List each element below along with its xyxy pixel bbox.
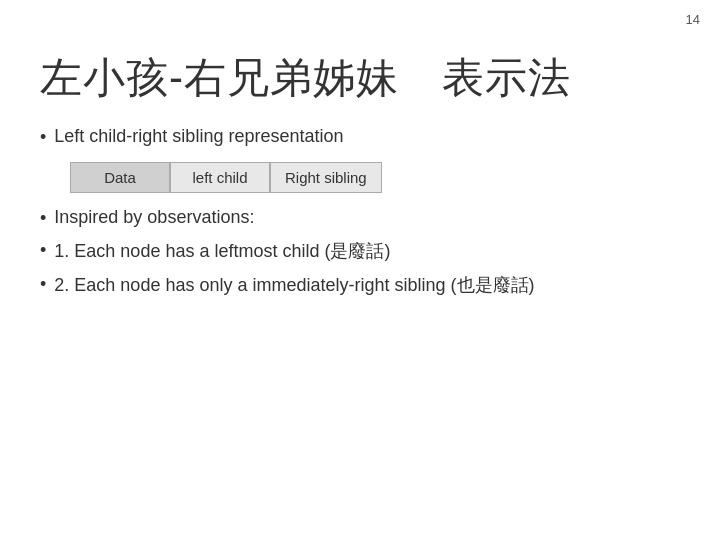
diagram-cell-left-child: left child (170, 162, 270, 193)
bullet-dot-3: • (40, 240, 46, 261)
page-number: 14 (686, 12, 700, 27)
bullet-text-3: 1. Each node has a leftmost child (是廢話) (54, 239, 680, 263)
bullet-text-4: 2. Each node has only a immediately-righ… (54, 273, 680, 297)
diagram-cell-data: Data (70, 162, 170, 193)
bullet-item-4: • 2. Each node has only a immediately-ri… (40, 273, 680, 297)
slide-title: 左小孩-右兄弟姊妹 表示法 (40, 50, 680, 106)
diagram-cell-right-sibling: Right sibling (270, 162, 382, 193)
diagram: Data left child Right sibling (70, 162, 680, 193)
bullet-item-2: • Inspired by observations: (40, 207, 680, 229)
bullet-item-1: • Left child-right sibling representatio… (40, 126, 680, 148)
slide: 14 左小孩-右兄弟姊妹 表示法 • Left child-right sibl… (0, 0, 720, 540)
bullet-item-3: • 1. Each node has a leftmost child (是廢話… (40, 239, 680, 263)
bullet-text-1: Left child-right sibling representation (54, 126, 680, 147)
bullet-dot-4: • (40, 274, 46, 295)
bullet-section: • Left child-right sibling representatio… (40, 126, 680, 297)
bullet-dot-1: • (40, 127, 46, 148)
bullet-text-2: Inspired by observations: (54, 207, 680, 228)
bullet-dot-2: • (40, 208, 46, 229)
